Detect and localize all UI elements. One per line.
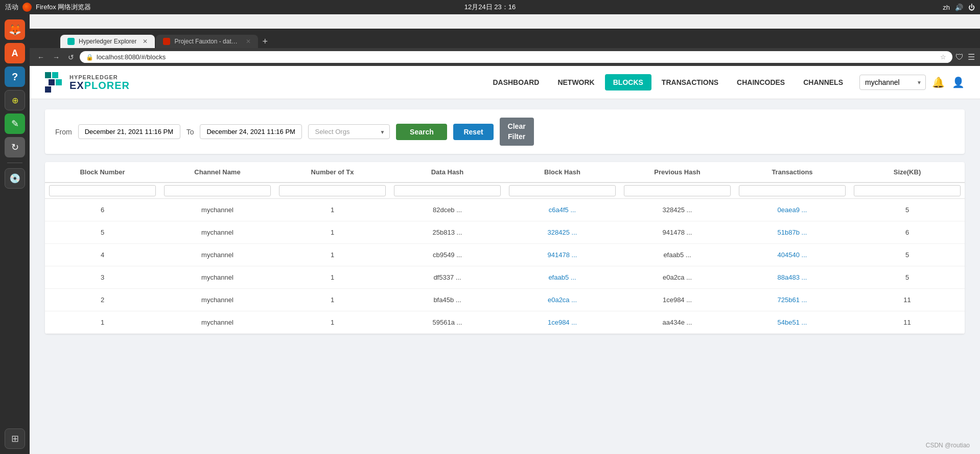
browser-name-label: Firefox 网络浏览器 (36, 3, 91, 12)
logo-explorer-text: EX (69, 80, 84, 91)
svg-rect-4 (45, 86, 51, 93)
table-cell: mychannel (160, 289, 275, 311)
dock-edit-icon[interactable]: ✎ (5, 114, 25, 134)
nav-chaincodes[interactable]: CHAINCODES (729, 74, 793, 90)
table-cell: e0a2ca ... (620, 266, 735, 289)
table-cell: mychannel (160, 266, 275, 289)
browser-nav-bar: ← → ↺ 🔒 localhost:8080/#/blocks ☆ 🛡 ☰ (30, 48, 980, 66)
tab-close-2[interactable]: ✕ (246, 38, 251, 45)
dock-help-icon[interactable]: ? (5, 66, 25, 87)
table-cell[interactable]: 51b87b ... (735, 221, 850, 244)
table-cell: mychannel (160, 311, 275, 334)
col-size-kb: Size(KB) (850, 162, 965, 183)
svg-rect-2 (49, 79, 55, 85)
table-cell[interactable]: 54be51 ... (735, 311, 850, 334)
table-row: 1mychannel159561a ...1ce984 ...aa434e ..… (45, 311, 965, 334)
nav-channels[interactable]: CHANNELS (795, 74, 851, 90)
volume-icon[interactable]: 🔊 (955, 4, 963, 11)
new-tab-button[interactable]: + (258, 36, 272, 47)
from-date-input[interactable] (78, 124, 180, 139)
address-bar[interactable]: 🔒 localhost:8080/#/blocks ☆ (80, 51, 952, 63)
table-cell[interactable]: 328425 ... (505, 221, 620, 244)
table-cell[interactable]: 725b61 ... (735, 289, 850, 311)
table-cell: aa434e ... (620, 311, 735, 334)
power-icon[interactable]: ⏻ (968, 4, 975, 11)
dock-grid-icon[interactable]: ⊞ (5, 428, 25, 449)
table-cell[interactable]: e0a2ca ... (505, 289, 620, 311)
dock-update-icon[interactable]: ↻ (5, 137, 25, 157)
channel-select-wrap: mychannel (851, 75, 926, 90)
table-cell[interactable]: 941478 ... (505, 244, 620, 266)
table-row: 2mychannel1bfa45b ...e0a2ca ...1ce984 ..… (45, 289, 965, 311)
table-cell[interactable]: 404540 ... (735, 244, 850, 266)
filter-size-kb[interactable] (854, 185, 961, 196)
table-cell: 4 (45, 244, 160, 266)
user-button[interactable]: 👤 (952, 76, 965, 88)
column-filter-row (45, 183, 965, 199)
dock-bottom: ⊞ (5, 428, 25, 449)
orgs-select[interactable]: Select Orgs (308, 124, 390, 139)
nav-network[interactable]: NETWORK (549, 74, 602, 90)
col-channel-name: Channel Name (160, 162, 275, 183)
table-cell[interactable]: c6a4f5 ... (505, 199, 620, 221)
browser-tab-active[interactable]: Hyperledger Explorer ✕ (60, 35, 155, 48)
to-date-input[interactable] (200, 124, 302, 139)
table-cell: 5 (850, 244, 965, 266)
dock-baidu-icon[interactable]: ⊕ (5, 90, 25, 110)
tab-close-1[interactable]: ✕ (143, 38, 148, 45)
filter-previous-hash[interactable] (624, 185, 731, 196)
table-cell[interactable]: 1ce984 ... (505, 311, 620, 334)
datetime-label: 12月24日 23：16 (464, 3, 516, 12)
back-button[interactable]: ← (35, 52, 47, 62)
clear-filter-button[interactable]: ClearFilter (500, 118, 534, 146)
lang-label: zh (943, 4, 950, 11)
filter-data-hash[interactable] (394, 185, 501, 196)
address-text[interactable]: localhost:8080/#/blocks (97, 53, 937, 61)
notification-button[interactable]: 🔔 (932, 76, 945, 88)
filter-channel-name[interactable] (164, 185, 271, 196)
table-row: 3mychannel1df5337 ...efaab5 ...e0a2ca ..… (45, 266, 965, 289)
page-content: From To Select Orgs Search Reset ClearFi… (30, 99, 980, 454)
refresh-button[interactable]: ↺ (65, 52, 77, 62)
filter-transactions[interactable] (739, 185, 846, 196)
col-previous-hash: Previous Hash (620, 162, 735, 183)
nav-transactions[interactable]: TRANSACTIONS (654, 74, 727, 90)
table-cell: 11 (850, 311, 965, 334)
from-label: From (55, 128, 72, 136)
activity-label[interactable]: 活动 (5, 3, 18, 12)
dock-firefox-icon[interactable]: 🦊 (5, 19, 25, 40)
table-cell: 82dceb ... (390, 199, 505, 221)
forward-button[interactable]: → (50, 52, 62, 62)
filter-block-hash[interactable] (509, 185, 616, 196)
logo-text: HYPERLEDGER EXPLORER (69, 75, 130, 90)
nav-dashboard[interactable]: DASHBOARD (484, 74, 547, 90)
menu-button[interactable]: ☰ (968, 52, 975, 62)
watermark: CSDN @routiao (926, 442, 970, 449)
browser-actions: 🛡 ☰ (955, 52, 975, 62)
bookmark-button[interactable]: ☆ (940, 53, 946, 61)
firefox-logo-icon (22, 3, 32, 12)
col-block-number: Block Number (45, 162, 160, 183)
channel-select[interactable]: mychannel (859, 75, 926, 90)
extensions-button[interactable]: 🛡 (955, 53, 964, 62)
table-cell: 1 (45, 311, 160, 334)
ubuntu-dock: 🦊 A ? ⊕ ✎ ↻ 💿 ⊞ (0, 14, 30, 454)
search-button[interactable]: Search (396, 124, 447, 140)
filter-bar: From To Select Orgs Search Reset ClearFi… (45, 109, 965, 154)
dock-appstore-icon[interactable]: A (5, 43, 25, 63)
to-label: To (186, 128, 194, 136)
table-cell[interactable]: efaab5 ... (505, 266, 620, 289)
nav-blocks[interactable]: BLOCKS (605, 74, 651, 90)
table-cell[interactable]: 0eaea9 ... (735, 199, 850, 221)
table-cell: 5 (850, 266, 965, 289)
reset-button[interactable]: Reset (453, 124, 493, 140)
header-icons: 🔔 👤 (932, 76, 965, 88)
dock-dvd-icon[interactable]: 💿 (5, 168, 25, 189)
address-bar-icons: 🔒 (86, 54, 94, 61)
table-cell[interactable]: 88a483 ... (735, 266, 850, 289)
filter-number-of-tx[interactable] (279, 185, 386, 196)
table-cell: df5337 ... (390, 266, 505, 289)
table-cell: 6 (45, 199, 160, 221)
filter-block-number[interactable] (49, 185, 156, 196)
browser-tab-inactive[interactable]: Project Fauxton - databa... ✕ (156, 35, 258, 48)
